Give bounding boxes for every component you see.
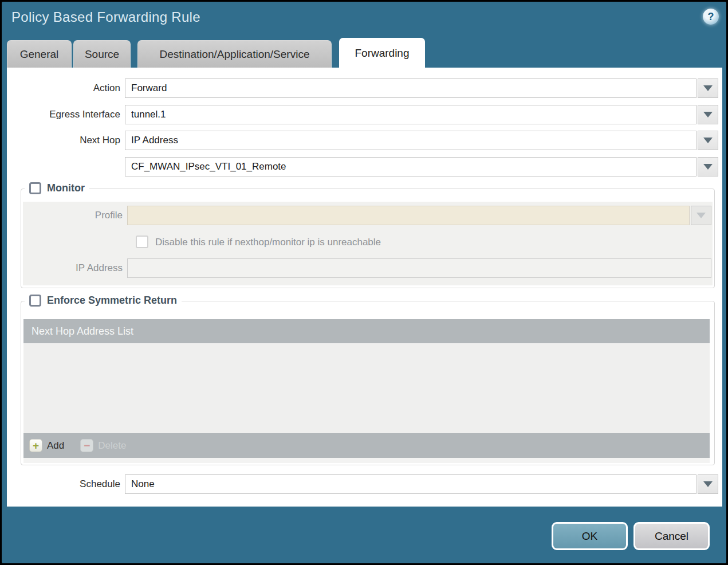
profile-dropdown-button (691, 206, 711, 225)
next-hop-type-dropdown-button[interactable] (698, 131, 718, 150)
add-button-label: Add (47, 440, 64, 452)
monitor-legend: Monitor (47, 182, 85, 194)
enforce-symmetric-return-legend: Enforce Symmetric Return (47, 295, 177, 307)
plus-glyph: + (33, 440, 39, 451)
dialog-title: Policy Based Forwarding Rule (11, 9, 200, 25)
table-toolbar: + Add − Delete (23, 433, 710, 458)
monitor-checkbox[interactable] (29, 182, 41, 194)
help-icon[interactable]: ? (703, 9, 719, 25)
tab-destination-application-service[interactable]: Destination/Application/Service (137, 40, 332, 68)
next-hop-type-input[interactable] (125, 131, 696, 150)
next-hop-address-list-table: Next Hop Address List + Add − Delete (23, 319, 710, 463)
next-hop-address-dropdown-button[interactable] (698, 157, 718, 176)
profile-input (127, 206, 690, 225)
table-body[interactable] (23, 343, 710, 433)
table-header: Next Hop Address List (23, 319, 710, 343)
chevron-down-icon (703, 85, 713, 91)
disable-rule-label: Disable this rule if nexthop/monitor ip … (155, 236, 381, 249)
action-dropdown-button[interactable] (698, 79, 718, 98)
tab-forwarding[interactable]: Forwarding (339, 38, 425, 68)
next-hop-address-input[interactable] (125, 157, 696, 176)
monitor-ip-address-input (127, 258, 711, 278)
tab-source[interactable]: Source (73, 40, 131, 68)
profile-label: Profile (23, 206, 123, 225)
schedule-dropdown-button[interactable] (698, 474, 718, 494)
ok-button[interactable]: OK (552, 522, 628, 550)
egress-interface-label: Egress Interface (7, 105, 120, 124)
tab-label: Source (85, 48, 119, 61)
tab-general[interactable]: General (7, 40, 72, 68)
add-button[interactable]: + Add (29, 439, 64, 452)
add-plus-icon: + (29, 439, 42, 452)
enforce-symmetric-return-group: Enforce Symmetric Return Next Hop Addres… (21, 301, 715, 465)
enforce-symmetric-return-checkbox[interactable] (29, 295, 41, 307)
tab-label: Destination/Application/Service (160, 48, 310, 61)
egress-interface-dropdown-button[interactable] (698, 105, 718, 124)
tab-label: Forwarding (355, 47, 409, 60)
monitor-ip-address-label: IP Address (23, 258, 123, 278)
chevron-down-icon (703, 112, 713, 117)
action-label: Action (7, 79, 120, 98)
cancel-button[interactable]: Cancel (633, 522, 710, 550)
delete-button: − Delete (80, 439, 126, 452)
chevron-down-icon (703, 481, 713, 487)
delete-button-label: Delete (98, 440, 126, 452)
disable-rule-checkbox (136, 236, 148, 248)
schedule-label: Schedule (7, 474, 120, 494)
next-hop-label: Next Hop (7, 131, 120, 150)
forwarding-tab-panel: Action Egress Interface Next Hop (7, 68, 722, 507)
monitor-group: Monitor Profile Disable this rule if nex… (21, 189, 715, 288)
action-input[interactable] (125, 79, 696, 98)
schedule-input[interactable] (125, 474, 696, 494)
minus-glyph: − (84, 440, 90, 451)
chevron-down-icon (696, 213, 706, 218)
tab-label: General (20, 48, 59, 61)
chevron-down-icon (703, 138, 713, 143)
egress-interface-input[interactable] (125, 105, 696, 124)
table-bottom-strip (23, 458, 710, 463)
chevron-down-icon (703, 164, 713, 170)
policy-based-forwarding-dialog: Policy Based Forwarding Rule ? General S… (0, 0, 728, 565)
monitor-panel: Profile Disable this rule if nexthop/mon… (23, 202, 713, 285)
delete-minus-icon: − (80, 439, 93, 452)
